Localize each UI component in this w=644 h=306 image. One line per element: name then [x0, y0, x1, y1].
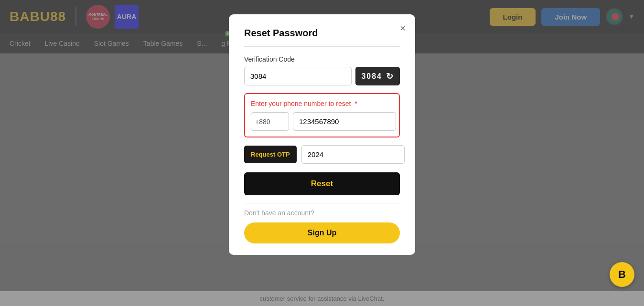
modal-close-button[interactable]: ×: [400, 23, 406, 34]
reset-button[interactable]: Reset: [244, 172, 400, 195]
verification-label: Verification Code: [244, 55, 400, 63]
phone-section-label: Enter your phone number to reset *: [251, 100, 393, 107]
otp-row: Request OTP: [244, 145, 400, 164]
phone-row: [251, 112, 393, 131]
modal-mid-divider: [244, 203, 400, 203]
captcha-display: 3084 ↻: [355, 67, 400, 85]
modal-title: Reset Password: [244, 28, 400, 39]
captcha-row: 3084 ↻: [244, 67, 400, 85]
phone-section: Enter your phone number to reset *: [244, 93, 400, 137]
phone-number-input[interactable]: [293, 112, 396, 131]
no-account-text: Don't have an account?: [244, 209, 400, 217]
captcha-refresh-icon[interactable]: ↻: [386, 71, 394, 82]
modal-top-divider: [244, 46, 400, 47]
captcha-input[interactable]: [244, 67, 352, 85]
country-code-input[interactable]: [251, 112, 289, 131]
modal-overlay: Reset Password × Verification Code 3084 …: [0, 0, 644, 306]
reset-row-wrap: ➤ Reset: [244, 172, 400, 195]
signup-button[interactable]: Sign Up: [244, 222, 400, 243]
chat-button[interactable]: B: [610, 262, 634, 287]
reset-password-modal: Reset Password × Verification Code 3084 …: [229, 14, 415, 255]
request-otp-button[interactable]: Request OTP: [244, 146, 297, 163]
otp-input[interactable]: [301, 145, 405, 164]
captcha-text: 3084: [361, 72, 382, 81]
otp-row-wrap: ➤ Request OTP: [244, 145, 400, 164]
